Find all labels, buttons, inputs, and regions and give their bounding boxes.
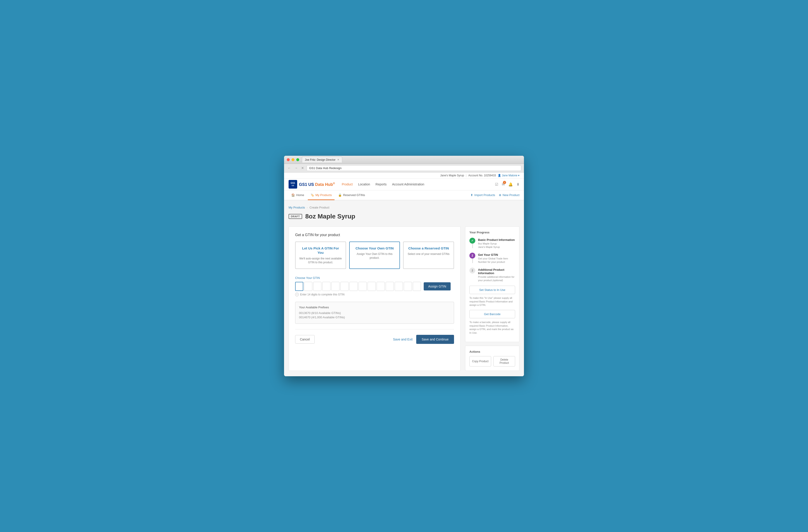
cancel-button[interactable]: Cancel bbox=[295, 335, 315, 344]
url-bar[interactable] bbox=[307, 165, 521, 171]
main-form: Get a GTIN for your product Let Us Pick … bbox=[289, 226, 461, 371]
chevron-down-icon: ▾ bbox=[518, 174, 519, 177]
reload-button[interactable]: ✕ bbox=[300, 166, 305, 170]
user-name: Jane Malone bbox=[502, 174, 517, 177]
breadcrumb-separator: › bbox=[307, 206, 308, 209]
nav-account-admin[interactable]: Account Administration bbox=[392, 182, 424, 187]
main-nav-links: Product Location Reports Account Adminis… bbox=[342, 182, 495, 187]
gtin-options: Let Us Pick A GTIN For You We'll auto-as… bbox=[295, 241, 454, 269]
gtin-digit-13[interactable] bbox=[404, 282, 412, 291]
nav-reserved-gtins[interactable]: 🔒 Reserved GTINs bbox=[335, 190, 368, 200]
new-product-button[interactable]: ⊕ New Product bbox=[499, 193, 519, 197]
account-number: Account No. 10259433 bbox=[468, 174, 496, 177]
actions-title: Actions bbox=[470, 350, 515, 353]
gtin-digit-5[interactable] bbox=[331, 282, 339, 291]
gtin-auto-title: Let Us Pick A GTIN For You bbox=[299, 246, 343, 255]
tab-close-button[interactable]: ✕ bbox=[337, 158, 339, 161]
download-icon[interactable]: ⬇ bbox=[516, 182, 519, 186]
gtin-option-auto[interactable]: Let Us Pick A GTIN For You We'll auto-as… bbox=[295, 241, 346, 269]
forward-button[interactable]: → bbox=[294, 166, 298, 170]
maximize-window-button[interactable] bbox=[296, 158, 299, 161]
prefix-availability-1: (8/10 Available GTINs) bbox=[311, 311, 341, 315]
products-icon: 🏷️ bbox=[311, 193, 314, 197]
save-continue-button[interactable]: Save and Continue bbox=[416, 335, 454, 344]
gtin-option-own[interactable]: Choose Your Own GTIN Assign Your Own GTI… bbox=[349, 241, 400, 269]
user-icon: 👤 bbox=[498, 174, 501, 177]
gs1-logo-icon: GS1US bbox=[289, 180, 297, 188]
breadcrumb: My Products › Create Product bbox=[289, 206, 519, 209]
company-name: Jane's Maple Syrup bbox=[440, 174, 464, 177]
step-2-indicator: 2 bbox=[470, 253, 475, 258]
gtin-reserved-title: Choose a Reserved GTIN bbox=[407, 246, 451, 251]
gtin-digit-14[interactable] bbox=[413, 282, 421, 291]
progress-panel: Your Progress ✓ Basic Product Informatio… bbox=[465, 226, 519, 342]
gtin-auto-desc: We'll auto-assign the next available GTI… bbox=[299, 257, 343, 264]
plus-icon: ⊕ bbox=[499, 193, 501, 197]
close-window-button[interactable] bbox=[287, 158, 290, 161]
gtin-own-title: Choose Your Own GTIN bbox=[353, 246, 397, 251]
nav-home[interactable]: 🏠 Home bbox=[289, 190, 307, 200]
step-2-name: Get Your GTIN bbox=[478, 253, 515, 256]
nav-location[interactable]: Location bbox=[358, 182, 370, 187]
back-button[interactable]: ← bbox=[287, 166, 292, 170]
nav-my-products[interactable]: 🏷️ My Products bbox=[308, 190, 334, 200]
gtin-digit-1[interactable] bbox=[295, 282, 303, 291]
gtin-digit-7[interactable] bbox=[349, 282, 357, 291]
gtin-hint-text: Enter 14 digits to complete this GTIN bbox=[300, 293, 345, 296]
set-status-button[interactable]: Set Status to In Use bbox=[470, 286, 515, 294]
nav-my-products-label: My Products bbox=[315, 193, 332, 197]
get-barcode-button[interactable]: Get Barcode bbox=[470, 310, 515, 318]
info-icon: i bbox=[295, 293, 299, 296]
gtin-input-label: Choose Your GTIN bbox=[295, 276, 454, 280]
footer-right: Save and Exit Save and Continue bbox=[393, 335, 454, 344]
copy-product-button[interactable]: Copy Product bbox=[470, 356, 491, 367]
import-products-button[interactable]: ⬆ Import Products bbox=[471, 193, 495, 197]
step-3-info: Additional Product Information Provide a… bbox=[478, 268, 515, 282]
logo: GS1US GS1 US Data Hub® bbox=[289, 180, 335, 188]
window-controls bbox=[287, 158, 299, 161]
browser-toolbar: ← → ✕ bbox=[284, 164, 524, 172]
gtin-option-reserved[interactable]: Choose a Reserved GTIN Select one of you… bbox=[403, 241, 454, 269]
mail-icon[interactable]: ✉ 2 bbox=[502, 182, 505, 186]
step-2-connector bbox=[472, 258, 473, 263]
nav-product[interactable]: Product bbox=[342, 182, 353, 187]
assign-gtin-button[interactable]: Assign GTIN bbox=[424, 282, 451, 291]
new-product-label: New Product bbox=[503, 193, 519, 197]
save-exit-button[interactable]: Save and Exit bbox=[393, 337, 412, 341]
step-1-name: Basic Product Information bbox=[478, 238, 515, 241]
titlebar: Joe Fritz: Design Director ✕ bbox=[284, 156, 524, 164]
status-badge: DRAFT bbox=[289, 214, 302, 219]
browser-tab[interactable]: Joe Fritz: Design Director ✕ bbox=[302, 157, 342, 163]
breadcrumb-parent[interactable]: My Products bbox=[289, 206, 305, 209]
progress-steps: ✓ Basic Product Information 8oz Maple Sy… bbox=[470, 238, 515, 282]
page-content: My Products › Create Product DRAFT 8oz M… bbox=[284, 200, 524, 376]
secondary-nav-links: 🏠 Home 🏷️ My Products 🔒 Reserved GTINs bbox=[289, 190, 471, 200]
bell-icon[interactable]: 🔔 bbox=[508, 182, 513, 186]
step-2-info: Get Your GTIN Get your Global Trade Item… bbox=[478, 253, 515, 264]
user-menu[interactable]: 👤 Jane Malone ▾ bbox=[498, 174, 519, 177]
gtin-digit-2[interactable] bbox=[304, 282, 312, 291]
gtin-digit-6[interactable] bbox=[341, 282, 349, 291]
progress-step-3: 2 Additional Product Information Provide… bbox=[470, 268, 515, 282]
prefix-code-2: 0014670 bbox=[299, 316, 311, 319]
gtin-boxes: Assign GTIN bbox=[295, 282, 454, 291]
secondary-nav: 🏠 Home 🏷️ My Products 🔒 Reserved GTINs ⬆… bbox=[284, 190, 524, 200]
checklist-icon[interactable]: ☑ bbox=[495, 182, 498, 186]
gtin-digit-10[interactable] bbox=[377, 282, 385, 291]
gtin-digit-9[interactable] bbox=[368, 282, 376, 291]
prefixes-box: Your Available Prefixes 0013670 (8/10 Av… bbox=[295, 302, 454, 324]
nav-reports[interactable]: Reports bbox=[375, 182, 387, 187]
gtin-digit-3[interactable] bbox=[313, 282, 322, 291]
minimize-window-button[interactable] bbox=[292, 158, 294, 161]
nav-home-label: Home bbox=[296, 193, 304, 197]
prefix-code-1: 0013670 bbox=[299, 311, 311, 315]
gtin-digit-4[interactable] bbox=[322, 282, 330, 291]
gtin-digit-12[interactable] bbox=[395, 282, 403, 291]
gtin-digit-11[interactable] bbox=[386, 282, 394, 291]
delete-product-button[interactable]: Delete Product bbox=[493, 356, 515, 367]
gtin-digit-8[interactable] bbox=[359, 282, 367, 291]
progress-step-1: ✓ Basic Product Information 8oz Maple Sy… bbox=[470, 238, 515, 249]
progress-title: Your Progress bbox=[470, 231, 515, 234]
step-1-desc: 8oz Maple SyrupJane's Maple Syrup bbox=[478, 242, 515, 249]
step-3-desc: Provide additional information for your … bbox=[478, 275, 515, 282]
